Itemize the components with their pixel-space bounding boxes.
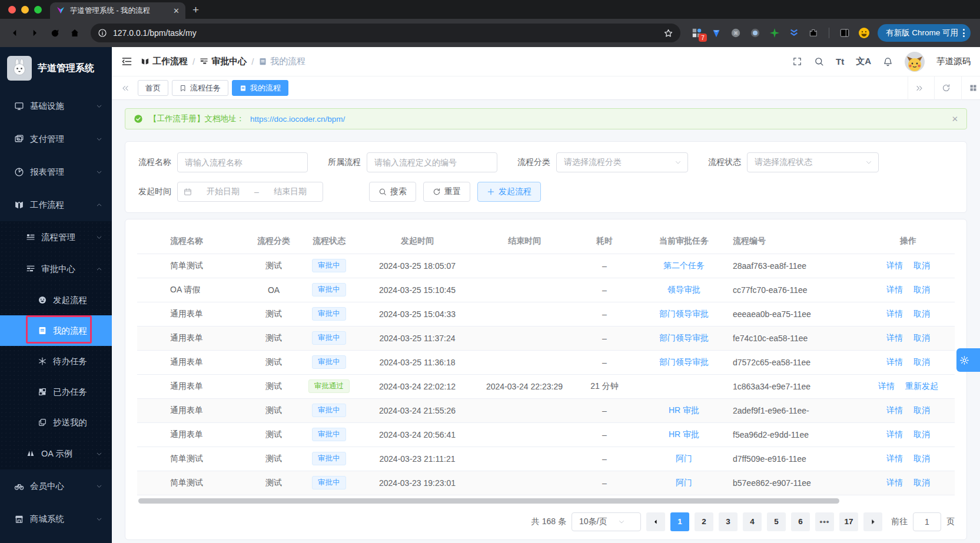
sidebar-item-approval-center[interactable]: 审批中心 [0, 253, 112, 285]
detail-link[interactable]: 详情 [886, 333, 903, 342]
bookmark-star-icon[interactable] [663, 28, 673, 38]
chrome-update-pill[interactable]: 有新版 Chrome 可用 [878, 24, 971, 42]
sidebar-item-mall-system[interactable]: 商城系统 [0, 502, 112, 535]
sidebar-item-my-process[interactable]: 我的流程 [0, 315, 112, 346]
extension-chevrons-icon[interactable] [788, 27, 800, 39]
minimize-window-button[interactable] [21, 6, 29, 14]
refresh-page-icon[interactable] [934, 76, 958, 100]
detail-link[interactable]: 详情 [886, 429, 903, 439]
detail-link[interactable]: 详情 [886, 357, 903, 367]
tab-my-process[interactable]: 我的流程 [232, 80, 288, 96]
tags-scroll-left-icon[interactable] [117, 84, 134, 92]
search-button[interactable]: 搜索 [369, 182, 416, 202]
cancel-link[interactable]: 取消 [913, 261, 930, 270]
user-avatar[interactable] [905, 52, 925, 72]
search-icon[interactable] [814, 56, 824, 66]
profile-emoji-icon[interactable] [858, 27, 870, 39]
sidebar-item-member-center[interactable]: 会员中心 [0, 469, 112, 502]
extensions-puzzle-icon[interactable] [808, 27, 819, 39]
pagination-next-icon[interactable] [863, 512, 882, 531]
detail-link[interactable]: 详情 [878, 381, 895, 391]
cancel-link[interactable]: 取消 [913, 405, 930, 415]
back-icon[interactable] [6, 24, 24, 42]
sidebar-item-oa-example[interactable]: OA 示例 [0, 438, 112, 469]
browser-menu-icon[interactable] [962, 29, 966, 37]
collapse-menu-icon[interactable] [121, 56, 132, 67]
alert-doc-link[interactable]: https://doc.iocoder.cn/bpm/ [250, 115, 345, 124]
process-category-select[interactable]: 请选择流程分类 [556, 152, 688, 172]
alert-close-icon[interactable]: ✕ [952, 114, 958, 124]
pagination-page-5[interactable]: 5 [767, 512, 786, 531]
cancel-link[interactable]: 取消 [913, 478, 930, 487]
process-status-select[interactable]: 请选择流程状态 [747, 152, 879, 172]
pagination-prev-icon[interactable] [646, 512, 665, 531]
cancel-link[interactable]: 取消 [913, 429, 930, 439]
sidebar-item-initiate-process[interactable]: 发起流程 [0, 285, 112, 315]
extension-command-icon[interactable]: ⌘ [730, 27, 742, 39]
bell-icon[interactable] [883, 56, 893, 66]
close-window-button[interactable] [8, 6, 16, 14]
theme-settings-button[interactable] [956, 348, 980, 372]
cancel-link[interactable]: 取消 [913, 333, 930, 342]
pagination-page-2[interactable]: 2 [695, 512, 713, 531]
current-task-link[interactable]: 阿门 [676, 478, 692, 487]
cancel-link[interactable]: 取消 [913, 454, 930, 463]
goto-page-input[interactable] [913, 512, 941, 531]
sidebar-item-cc-me[interactable]: 抄送我的 [0, 407, 112, 438]
fullscreen-icon[interactable] [792, 56, 802, 66]
breadcrumb-approval-center[interactable]: 审批中心 [200, 56, 247, 67]
sidebar-item-done-tasks[interactable]: 已办任务 [0, 377, 112, 407]
pagination-page-1[interactable]: 1 [670, 512, 689, 531]
reset-button[interactable]: 重置 [423, 182, 470, 202]
reload-icon[interactable] [46, 24, 64, 42]
current-task-link[interactable]: 阿门 [676, 454, 692, 463]
page-size-select[interactable]: 10条/页 [572, 512, 641, 531]
maximize-window-button[interactable] [34, 6, 42, 14]
cancel-link[interactable]: 取消 [913, 309, 930, 318]
current-task-link[interactable]: 部门领导审批 [659, 309, 709, 318]
current-task-link[interactable]: 领导审批 [667, 285, 700, 294]
side-panel-icon[interactable] [839, 27, 851, 39]
process-name-input[interactable] [177, 152, 308, 172]
sidebar-item-process-manage[interactable]: 流程管理 [0, 221, 112, 253]
current-task-link[interactable]: HR 审批 [669, 405, 699, 415]
horizontal-scrollbar[interactable] [138, 498, 954, 504]
translate-icon[interactable]: 文A [856, 56, 871, 67]
detail-link[interactable]: 详情 [886, 261, 903, 270]
extension-circle-icon[interactable] [749, 27, 761, 39]
tab-process-task[interactable]: 流程任务 [172, 80, 228, 96]
sidebar-item-infrastructure[interactable]: 基础设施 [0, 89, 112, 122]
current-task-link[interactable]: 第二个任务 [663, 261, 705, 270]
cancel-link[interactable]: 重新发起 [905, 381, 938, 391]
home-icon[interactable] [66, 24, 84, 42]
pagination-page-3[interactable]: 3 [719, 512, 738, 531]
detail-link[interactable]: 详情 [886, 454, 903, 463]
cancel-link[interactable]: 取消 [913, 285, 930, 294]
sidebar-item-todo-tasks[interactable]: 待办任务 [0, 346, 112, 377]
layout-grid-icon[interactable] [961, 76, 980, 100]
start-time-range-picker[interactable]: 开始日期 – 结束日期 [177, 182, 323, 202]
scrollbar-thumb[interactable] [138, 498, 839, 504]
current-task-link[interactable]: 部门领导审批 [659, 333, 709, 342]
detail-link[interactable]: 详情 [886, 478, 903, 487]
pagination-page-4[interactable]: 4 [743, 512, 762, 531]
tags-scroll-right-icon[interactable] [908, 76, 931, 100]
current-task-link[interactable]: 部门领导审批 [659, 357, 709, 367]
create-process-button[interactable]: 发起流程 [477, 182, 541, 202]
pagination-page-17[interactable]: 17 [839, 512, 858, 531]
process-definition-input[interactable] [367, 152, 497, 172]
sidebar-item-payment[interactable]: 支付管理 [0, 122, 112, 155]
forward-icon[interactable] [26, 24, 44, 42]
extension-grid-icon[interactable]: 7 [691, 27, 703, 39]
detail-link[interactable]: 详情 [886, 405, 903, 415]
tab-home[interactable]: 首页 [138, 80, 168, 96]
current-task-link[interactable]: HR 审批 [669, 429, 699, 439]
window-controls[interactable] [0, 6, 50, 19]
font-size-icon[interactable]: Tt [836, 56, 844, 66]
username[interactable]: 芋道源码 [936, 56, 971, 67]
site-info-icon[interactable] [98, 28, 107, 38]
sidebar-item-workflow[interactable]: 工作流程 [0, 188, 112, 221]
extension-star-icon[interactable] [769, 27, 780, 39]
tab-close-icon[interactable]: ✕ [173, 6, 180, 15]
app-logo[interactable]: 芋道管理系统 [0, 52, 112, 85]
